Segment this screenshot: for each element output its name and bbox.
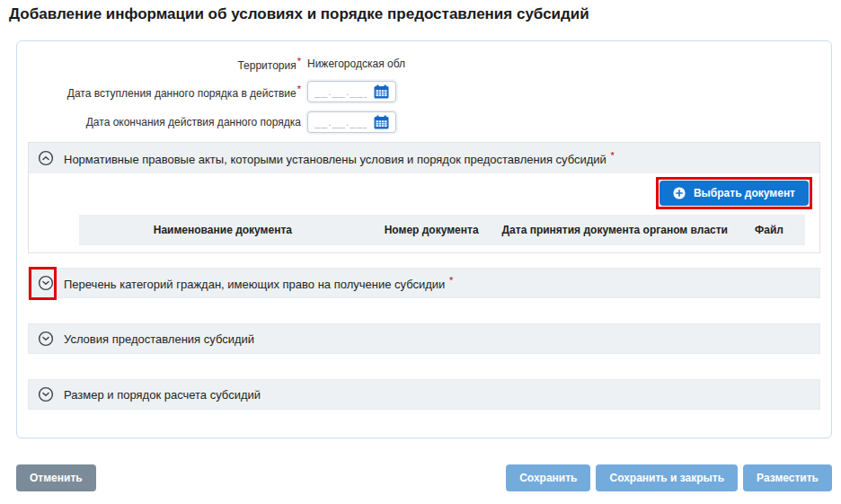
- footer-actions: Отменить Сохранить Сохранить и закрыть Р…: [16, 464, 832, 491]
- highlight-box-choose-document: Выбрать документ: [656, 177, 812, 209]
- territory-row: Территория* Нижегородская обл: [17, 54, 831, 74]
- end-date-box: [307, 111, 396, 133]
- chevron-down-circle-icon[interactable]: [38, 386, 54, 402]
- calendar-button[interactable]: [374, 84, 389, 99]
- choose-document-label: Выбрать документ: [694, 187, 795, 199]
- section-title: Размер и порядок расчета субсидий: [64, 388, 261, 402]
- calendar-icon: [374, 84, 389, 99]
- start-date-box: [307, 81, 396, 102]
- chevron-down-circle-icon[interactable]: [38, 331, 54, 347]
- required-asterisk: *: [610, 150, 614, 161]
- section-title: Перечень категорий граждан, имеющих прав…: [64, 275, 453, 291]
- end-date-input[interactable]: [314, 116, 367, 128]
- page-title: Добавление информации об условиях и поря…: [9, 5, 589, 23]
- documents-table-header-row: Наименование документа Номер документа Д…: [79, 215, 805, 245]
- column-header-document-date: Дата принятия документа органом власти: [497, 215, 733, 245]
- footer-right-group: Сохранить Сохранить и закрыть Разместить: [506, 464, 832, 491]
- save-and-close-button[interactable]: Сохранить и закрыть: [596, 464, 738, 491]
- end-date-row: Дата окончания действия данного порядка: [17, 110, 831, 135]
- plus-circle-icon: [673, 187, 686, 199]
- form-panel: Территория* Нижегородская обл Дата вступ…: [16, 40, 832, 438]
- calendar-icon: [374, 115, 389, 129]
- column-header-document-number: Номер документа: [367, 215, 497, 245]
- required-asterisk: *: [449, 275, 453, 286]
- calendar-button[interactable]: [374, 115, 389, 129]
- required-asterisk: *: [297, 56, 301, 66]
- start-date-input[interactable]: [314, 85, 367, 98]
- chevron-down-circle-icon[interactable]: [38, 275, 54, 291]
- section-normative-acts: Нормативные правовые акты, которыми уста…: [28, 142, 820, 253]
- documents-table: Наименование документа Номер документа Д…: [79, 215, 805, 245]
- save-button[interactable]: Сохранить: [506, 464, 590, 491]
- required-asterisk: *: [297, 84, 301, 94]
- territory-label: Территория*: [17, 56, 301, 72]
- section-citizen-categories-header[interactable]: Перечень категорий граждан, имеющих прав…: [28, 268, 820, 298]
- section-normative-acts-header[interactable]: Нормативные правовые акты, которыми уста…: [29, 143, 819, 173]
- column-header-document-name: Наименование документа: [79, 215, 367, 245]
- section-normative-acts-content: Выбрать документ Наименование документа …: [29, 173, 819, 252]
- territory-value: Нижегородская обл: [307, 57, 405, 70]
- section-title: Нормативные правовые акты, которыми уста…: [64, 150, 615, 166]
- chevron-up-circle-icon[interactable]: [38, 150, 54, 166]
- cancel-button[interactable]: Отменить: [16, 464, 96, 491]
- section-subsidy-conditions-header[interactable]: Условия предоставления субсидий: [28, 323, 820, 354]
- start-date-row: Дата вступления данного порядка в действ…: [17, 79, 831, 104]
- end-date-label: Дата окончания действия данного порядка: [17, 116, 301, 128]
- section-subsidy-size-header[interactable]: Размер и порядок расчета субсидий: [28, 379, 820, 410]
- publish-button[interactable]: Разместить: [743, 464, 832, 491]
- section-title: Условия предоставления субсидий: [64, 332, 254, 346]
- column-header-file: Файл: [733, 215, 805, 245]
- form-area: Территория* Нижегородская обл Дата вступ…: [17, 41, 831, 135]
- choose-document-button[interactable]: Выбрать документ: [660, 181, 809, 206]
- start-date-label: Дата вступления данного порядка в действ…: [17, 84, 301, 100]
